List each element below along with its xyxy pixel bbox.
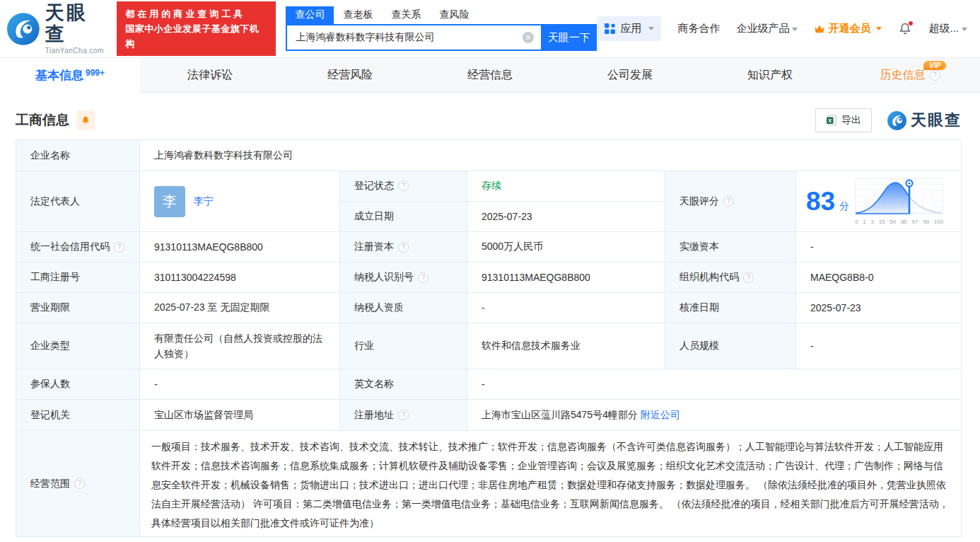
field-staff-size-value: - [796,323,961,369]
field-company-type-value: 有限责任公司（自然人投资或控股的法人独资） [140,323,340,369]
promo-banner: 都在用的商业查询工具 国家中小企业发展子基金旗下机构 [117,1,276,56]
tab-intellectual-property-label: 知识产权 [747,68,793,83]
search-tab-risk[interactable]: 查风险 [430,6,478,24]
field-reg-capital-label: 注册资本? [340,232,467,262]
excel-icon: X [826,115,837,126]
field-business-term-label: 营业期限 [16,293,140,323]
table-row: 企业类型 有限责任公司（自然人投资或控股的法人独资） 行业 软件和信息技术服务业… [16,323,961,369]
table-row: 参保人数 - 英文名称 - [16,369,961,400]
table-row: 工商注册号 310113004224598 纳税人识别号? 91310113MA… [16,263,961,293]
tab-intellectual-property[interactable]: 知识产权 [700,58,840,92]
tianyancha-logo-icon [7,13,40,45]
field-credit-code-label: 统一社会信用代码? [16,232,140,262]
search-tab-relation[interactable]: 查关系 [382,6,430,24]
search-tab-boss[interactable]: 查老板 [334,6,382,24]
avatar: 李 [154,186,185,217]
field-approval-date-label: 核准日期 [665,293,796,323]
field-org-code-value: MAEQG8B8-0 [796,263,961,292]
field-taxpayer-quality-label: 纳税人资质 [340,293,467,323]
field-reg-status-value: 存续 [467,171,665,201]
watermark-logo: 天眼查 [887,110,962,131]
svg-text:X: X [828,117,832,124]
tab-legal-litigation[interactable]: 法律诉讼 [140,58,280,92]
tab-company-development[interactable]: 公司发展 [560,58,700,92]
watermark-text: 天眼查 [911,110,962,131]
tab-history-info[interactable]: VIP 历史信息 ? [840,58,980,92]
tianyancha-logo-icon [887,111,906,130]
field-taxpayer-id-value: 91310113MAEQG8B800 [467,263,665,292]
field-reg-address-value: 上海市宝山区蕰川路5475号4幢部分 附近公司 [467,400,961,430]
crown-icon [814,24,825,34]
score-distribution-chart: 01 315 5085 9799 100 [855,178,943,225]
promo-line2: 国家中小企业发展子基金旗下机构 [125,21,267,51]
promo-line1: 都在用的商业查询工具 [125,6,267,21]
nav-cooperation[interactable]: 商务合作 [677,22,720,35]
apps-grid-icon [604,23,616,35]
vip-badge: VIP [923,61,946,70]
field-approval-date-value: 2025-07-23 [796,293,961,323]
help-icon[interactable]: ? [930,70,940,81]
logo-title: 天眼查 [45,3,108,45]
legal-rep-link[interactable]: 李宁 [194,195,214,208]
chevron-down-icon [648,27,654,30]
subscribe-bell-button[interactable] [76,110,95,130]
help-icon[interactable]: ? [398,242,409,253]
chevron-down-icon [792,28,798,31]
field-business-scope-value: 一般项目：技术服务、技术开发、技术咨询、技术交流、技术转让、技术推广；软件开发；… [140,431,961,536]
search-button[interactable]: 天眼一下 [541,24,597,51]
field-paid-capital-value: - [796,232,961,262]
field-insured-count-label: 参保人数 [16,369,140,399]
help-icon[interactable]: ? [743,272,754,283]
field-english-name-value: - [467,369,961,399]
field-company-name-label: 企业名称 [16,140,140,171]
field-score-value: 83 分 [796,171,961,231]
table-row: 经营范围? 一般项目：技术服务、技术开发、技术咨询、技术交流、技术转让、技术推广… [16,431,961,536]
score-unit: 分 [839,200,849,213]
field-establish-date-value: 2025-07-23 [467,202,665,232]
search-tab-company[interactable]: 查公司 [286,6,334,24]
top-header: 天眼查 TianYanCha.com 都在用的商业查询工具 国家中小企业发展子基… [0,0,980,57]
field-reg-number-label: 工商注册号 [16,263,140,292]
field-business-term-value: 2025-07-23 至 无固定期限 [140,293,340,323]
section-header: 工商信息 X 导出 天眼查 [16,108,962,132]
table-row: 登记机关 宝山区市场监督管理局 注册地址? 上海市宝山区蕰川路5475号4幢部分… [16,400,961,431]
field-establish-date-label: 成立日期 [340,202,467,232]
search-input[interactable] [286,24,540,51]
table-row: 统一社会信用代码? 91310113MAEQG8B800 注册资本? 5000万… [16,232,961,263]
field-legal-rep-value: 李 李宁 [140,171,340,231]
export-label: 导出 [841,114,861,127]
section-title: 工商信息 [16,111,69,129]
apps-menu[interactable]: 应用 [597,16,661,41]
field-company-type-label: 企业类型 [16,323,140,369]
open-vip-link[interactable]: 开通会员 [814,22,882,35]
help-icon[interactable]: ? [114,242,124,253]
field-reg-authority-value: 宝山区市场监督管理局 [140,400,340,430]
nearby-companies-link[interactable]: 附近公司 [641,409,680,422]
field-org-code-label: 组织机构代码? [665,263,796,292]
help-icon[interactable]: ? [418,272,428,283]
field-reg-authority-label: 登记机关 [16,400,140,430]
user-menu[interactable]: 超级... [928,22,967,35]
export-button[interactable]: X 导出 [815,108,872,132]
notification-dot [908,21,914,26]
help-icon[interactable]: ? [398,180,409,191]
help-icon[interactable]: ? [723,196,734,207]
tab-operation-risk[interactable]: 经营风险 [280,58,420,92]
field-company-name-value: 上海鸿睿数科数字科技有限公司 [140,140,961,171]
clear-search-icon[interactable]: ✕ [523,32,534,43]
field-credit-code-value: 91310113MAEQG8B800 [140,232,340,262]
field-taxpayer-quality-value: - [467,293,665,323]
tianyancha-logo[interactable]: 天眼查 TianYanCha.com [7,3,108,54]
nav-enterprise[interactable]: 企业级产品 [736,22,798,35]
field-reg-status-label: 登记状态? [340,171,467,201]
help-icon[interactable]: ? [398,410,409,420]
tab-operation-info-label: 经营信息 [467,68,513,83]
help-icon[interactable]: ? [74,478,85,489]
score-axis-labels: 01 315 5085 9799 100 [855,219,943,225]
tab-basic-info[interactable]: 基本信息 999+ [0,58,140,93]
search-tabs: 查公司 查老板 查关系 查风险 [286,6,597,24]
table-row: 营业期限 2025-07-23 至 无固定期限 纳税人资质 - 核准日期 202… [16,293,961,323]
tab-operation-info[interactable]: 经营信息 [420,58,560,92]
field-reg-address-label: 注册地址? [340,400,467,430]
notifications-bell[interactable] [898,22,912,36]
